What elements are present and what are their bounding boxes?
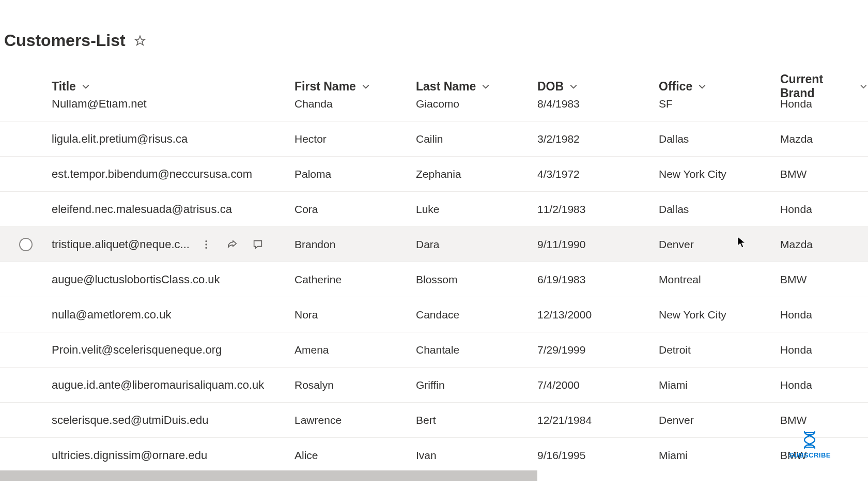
table-row[interactable]: ultricies.dignissim@ornare.eduAliceIvan9… [0,438,868,470]
cell-dob: 7/4/2000 [537,379,580,391]
chevron-down-icon [481,82,490,91]
cell-dob: 4/3/1972 [537,168,580,180]
cell-last-name: Cailin [416,133,443,145]
cell-first-name: Catherine [295,273,342,285]
comment-icon[interactable] [251,237,265,252]
column-header-first-name[interactable]: First Name [295,80,416,94]
column-header-label: Current Brand [780,72,854,100]
cell-last-name: Giacomo [416,100,459,110]
cell-title[interactable]: augue@luctuslobortisClass.co.uk [52,273,220,286]
cell-office: Dallas [659,133,689,145]
table-row[interactable]: tristique.aliquet@neque.c...BrandonDara9… [0,227,868,262]
cell-last-name: Ivan [416,449,437,461]
cell-last-name: Chantale [416,344,459,356]
cell-last-name: Bert [416,414,436,426]
chevron-down-icon [569,82,578,91]
chevron-down-icon [859,82,868,91]
page-title: Customers-List [4,31,126,50]
cell-office: New York City [659,309,726,321]
cell-dob: 12/21/1984 [537,414,592,426]
column-header-label: DOB [537,80,564,94]
svg-marker-0 [135,36,145,45]
cell-current-brand: Honda [780,379,812,391]
cell-first-name: Lawrence [295,414,342,426]
cell-current-brand: Honda [780,344,812,356]
cell-office: Dallas [659,203,689,215]
cell-current-brand: Honda [780,203,812,215]
cell-current-brand: Mazda [780,133,813,145]
cell-current-brand: BMW [780,168,807,180]
customers-table: Title First Name Last Name DOB Office Cu… [0,72,868,470]
table-row[interactable]: ligula.elit.pretium@risus.caHectorCailin… [0,121,868,157]
cell-title[interactable]: ultricies.dignissim@ornare.edu [52,449,207,462]
svg-point-3 [205,247,207,248]
cell-current-brand: Mazda [780,238,813,250]
cell-last-name: Dara [416,238,440,250]
cell-title[interactable]: eleifend.nec.malesuada@atrisus.ca [52,203,232,216]
cell-title[interactable]: tristique.aliquet@neque.c... [52,238,190,251]
chevron-down-icon [361,82,370,91]
cell-current-brand: Honda [780,100,812,110]
cell-dob: 12/13/2000 [537,309,592,321]
cell-first-name: Amena [295,344,329,356]
table-row[interactable]: eleifend.nec.malesuada@atrisus.caCoraLuk… [0,192,868,227]
cell-first-name: Chanda [295,100,333,110]
cell-title[interactable]: Proin.velit@scelerisqueneque.org [52,343,222,357]
column-header-last-name[interactable]: Last Name [416,80,537,94]
column-header-dob[interactable]: DOB [537,80,659,94]
cell-title[interactable]: scelerisque.sed@utmiDuis.edu [52,414,209,427]
table-row[interactable]: Proin.velit@scelerisqueneque.orgAmenaCha… [0,332,868,368]
table-row[interactable]: Nullam@Etiam.netChandaGiacomo8/4/1983SFH… [0,100,868,121]
column-header-label: First Name [295,80,356,94]
column-header-office[interactable]: Office [659,80,780,94]
cell-first-name: Rosalyn [295,379,334,391]
cell-office: Detroit [659,344,691,356]
cell-last-name: Candace [416,309,459,321]
horizontal-scrollbar-track[interactable] [0,470,868,481]
cell-first-name: Hector [295,133,327,145]
cell-office: Denver [659,238,694,250]
cell-current-brand: BMW [780,414,807,426]
cell-title[interactable]: nulla@ametlorem.co.uk [52,308,171,322]
table-row[interactable]: est.tempor.bibendum@neccursusa.comPaloma… [0,157,868,192]
cell-last-name: Zephania [416,168,461,180]
table-row[interactable]: augue.id.ante@liberomaurisaliquam.co.ukR… [0,368,868,403]
share-icon[interactable] [225,237,239,252]
cell-first-name: Paloma [295,168,331,180]
cell-title[interactable]: augue.id.ante@liberomaurisaliquam.co.uk [52,378,264,392]
table-row[interactable]: scelerisque.sed@utmiDuis.eduLawrenceBert… [0,403,868,438]
cell-dob: 9/16/1995 [537,449,585,461]
cell-title[interactable]: ligula.elit.pretium@risus.ca [52,132,188,146]
cell-office: Denver [659,414,694,426]
column-header-label: Office [659,80,692,94]
cell-current-brand: BMW [780,449,807,461]
cell-last-name: Blossom [416,273,458,285]
table-row[interactable]: nulla@ametlorem.co.ukNoraCandace12/13/20… [0,297,868,332]
cell-dob: 7/29/1999 [537,344,585,356]
column-header-label: Title [52,80,76,94]
column-header-title[interactable]: Title [52,80,295,94]
cell-last-name: Luke [416,203,440,215]
more-actions-icon[interactable] [199,237,213,252]
cell-first-name: Alice [295,449,318,461]
table-row[interactable]: augue@luctuslobortisClass.co.ukCatherine… [0,262,868,297]
cell-current-brand: Honda [780,309,812,321]
cell-office: Miami [659,379,688,391]
cell-office: Montreal [659,273,701,285]
cell-dob: 8/4/1983 [537,100,580,110]
chevron-down-icon [698,82,707,91]
horizontal-scrollbar-thumb[interactable] [0,470,537,481]
cell-title[interactable]: est.tempor.bibendum@neccursusa.com [52,167,252,181]
table-header-row: Title First Name Last Name DOB Office Cu… [0,72,868,100]
cell-last-name: Griffin [416,379,445,391]
cell-dob: 6/19/1983 [537,273,585,285]
svg-point-2 [205,243,207,245]
chevron-down-icon [81,82,90,91]
cell-current-brand: BMW [780,273,807,285]
cell-title[interactable]: Nullam@Etiam.net [52,100,147,111]
column-header-label: Last Name [416,80,476,94]
svg-point-1 [205,240,207,241]
column-header-current-brand[interactable]: Current Brand [780,72,868,100]
row-select-checkbox[interactable] [19,238,33,251]
favorite-star-icon[interactable] [133,34,147,48]
